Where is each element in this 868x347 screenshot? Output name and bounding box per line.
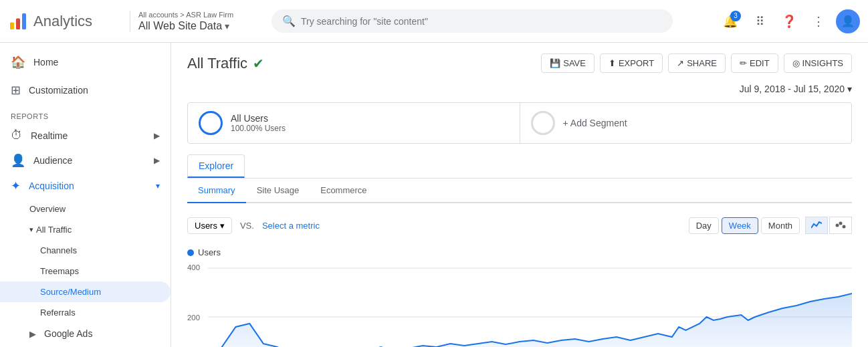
insights-button[interactable]: ◎ INSIGHTS <box>784 53 852 73</box>
svg-rect-1 <box>16 18 20 29</box>
sidebar-subitem-alltraffic[interactable]: ▾ All Traffic <box>0 219 171 240</box>
chart-legend: Users <box>187 247 852 257</box>
line-chart-button[interactable] <box>805 217 828 234</box>
chart-svg: 400 200 2019 2020 <box>187 260 852 347</box>
tab-summary[interactable]: Summary <box>187 179 246 203</box>
segment-add[interactable]: + Add Segment <box>520 103 852 143</box>
explorer-tab-bar: Explorer <box>187 154 852 179</box>
verified-icon: ✔ <box>253 55 264 72</box>
vs-label: VS. <box>240 221 254 231</box>
sidebar: 🏠 Home ⊞ Customization REPORTS ⏱ Realtim… <box>0 43 171 347</box>
add-segment-info: + Add Segment <box>563 118 627 128</box>
search-icon: 🔍 <box>282 15 296 27</box>
time-btn-month[interactable]: Month <box>761 217 800 234</box>
time-btn-week[interactable]: Week <box>722 217 758 234</box>
content-area: All Traffic ✔ 💾 SAVE ⬆ EXPORT ↗ SHARE ✏ <box>171 43 868 347</box>
account-breadcrumb: All accounts > ASR Law Firm <box>138 11 263 19</box>
svg-point-4 <box>839 222 843 225</box>
tab-site-usage[interactable]: Site Usage <box>246 179 310 203</box>
svg-point-5 <box>843 225 846 229</box>
segments-bar: All Users 100.00% Users + Add Segment <box>187 102 852 144</box>
svg-rect-0 <box>10 22 14 29</box>
top-actions: 🔔 3 ⠿ ❓ ⋮ 👤 <box>718 9 860 33</box>
sidebar-item-realtime[interactable]: ⏱ Realtime ▶ <box>0 123 171 148</box>
customization-icon: ⊞ <box>11 83 21 98</box>
time-btn-day[interactable]: Day <box>689 217 719 234</box>
alltraffic-expanded-icon: ▾ <box>29 225 33 234</box>
select-metric[interactable]: Select a metric <box>262 221 320 231</box>
help-button[interactable]: ❓ <box>777 9 801 33</box>
sidebar-subitem-channels[interactable]: Channels <box>0 240 171 261</box>
save-button[interactable]: 💾 SAVE <box>541 53 594 73</box>
home-icon: 🏠 <box>11 55 25 70</box>
sidebar-subitem-sourcemedium[interactable]: Source/Medium <box>0 281 171 302</box>
top-bar: Analytics All accounts > ASR Law Firm Al… <box>0 0 868 43</box>
save-icon: 💾 <box>550 58 560 68</box>
search-input[interactable] <box>301 16 662 27</box>
share-button[interactable]: ↗ SHARE <box>668 53 726 73</box>
sidebar-subitem-referrals[interactable]: Referrals <box>0 302 171 323</box>
notification-badge: 3 <box>730 11 741 21</box>
segment-info: All Users 100.00% Users <box>231 113 286 133</box>
page-title: All Traffic ✔ <box>187 55 264 72</box>
sidebar-subitem-overview[interactable]: Overview <box>0 199 171 219</box>
date-dropdown-icon: ▾ <box>847 84 852 94</box>
apps-button[interactable]: ⠿ <box>748 9 772 33</box>
dot-chart-button[interactable] <box>829 217 852 234</box>
chart-area: Users 400 200 2019 2020 <box>187 247 852 347</box>
svg-text:400: 400 <box>187 263 200 271</box>
main-layout: 🏠 Home ⊞ Customization REPORTS ⏱ Realtim… <box>0 43 868 347</box>
export-button[interactable]: ⬆ EXPORT <box>600 53 663 73</box>
time-buttons: Day Week Month <box>689 217 800 234</box>
logo-area: Analytics <box>8 11 122 31</box>
search-bar[interactable]: 🔍 <box>272 9 673 33</box>
tab-ecommerce[interactable]: Ecommerce <box>310 179 377 203</box>
acquisition-expand-icon: ▾ <box>156 181 160 191</box>
segment-circle-gray <box>531 111 555 135</box>
realtime-expand-icon: ▶ <box>154 131 160 140</box>
edit-icon: ✏ <box>740 58 747 68</box>
share-icon: ↗ <box>677 58 684 68</box>
avatar[interactable]: 👤 <box>836 9 860 33</box>
sidebar-subitem-treemaps[interactable]: Treemaps <box>0 261 171 281</box>
app-title: Analytics <box>33 13 92 30</box>
segment-circle-blue <box>199 111 223 135</box>
metric-dropdown-icon: ▾ <box>220 221 225 231</box>
legend-dot <box>187 249 194 256</box>
audience-icon: 👤 <box>11 153 25 168</box>
toolbar-actions: 💾 SAVE ⬆ EXPORT ↗ SHARE ✏ EDIT ◎ INSI <box>541 53 852 73</box>
sidebar-item-audience[interactable]: 👤 Audience ▶ <box>0 148 171 173</box>
segment-all-users[interactable]: All Users 100.00% Users <box>188 103 520 143</box>
date-range[interactable]: Jul 9, 2018 - Jul 15, 2020 ▾ <box>187 84 852 94</box>
chart-view-buttons <box>805 217 852 234</box>
svg-point-3 <box>836 224 839 227</box>
sidebar-item-acquisition[interactable]: ✦ Acquisition ▾ <box>0 173 171 199</box>
report-tabs: Summary Site Usage Ecommerce <box>187 179 852 203</box>
explorer-tab[interactable]: Explorer <box>187 154 245 178</box>
analytics-logo <box>8 11 28 31</box>
audience-expand-icon: ▶ <box>154 156 160 165</box>
account-selector[interactable]: All accounts > ASR Law Firm All Web Site… <box>130 11 263 32</box>
content-header: All Traffic ✔ 💾 SAVE ⬆ EXPORT ↗ SHARE ✏ <box>187 53 852 73</box>
sidebar-item-home[interactable]: 🏠 Home <box>0 48 171 76</box>
dot-chart-icon <box>835 220 846 231</box>
more-options-button[interactable]: ⋮ <box>806 9 831 33</box>
account-name[interactable]: All Web Site Data ▾ <box>138 20 263 32</box>
edit-button[interactable]: ✏ EDIT <box>731 53 778 73</box>
acquisition-icon: ✦ <box>11 179 21 193</box>
googleads-expand-icon: ▶ <box>29 329 36 339</box>
notifications-button[interactable]: 🔔 3 <box>718 9 742 33</box>
account-dropdown-icon: ▾ <box>225 21 229 31</box>
chart-container: 400 200 2019 2020 <box>187 260 852 347</box>
line-chart-icon <box>811 220 822 231</box>
svg-rect-2 <box>22 13 26 29</box>
realtime-icon: ⏱ <box>11 128 23 142</box>
export-icon: ⬆ <box>609 58 616 68</box>
sidebar-item-googleads[interactable]: ▶ Google Ads <box>0 323 171 344</box>
sidebar-item-customization[interactable]: ⊞ Customization <box>0 76 171 104</box>
metric-selector[interactable]: Users ▾ <box>187 217 232 234</box>
insights-icon: ◎ <box>792 58 800 68</box>
svg-text:200: 200 <box>187 314 200 322</box>
reports-label: REPORTS <box>0 104 171 123</box>
chart-controls: Users ▾ VS. Select a metric Day Week Mon… <box>187 211 852 239</box>
